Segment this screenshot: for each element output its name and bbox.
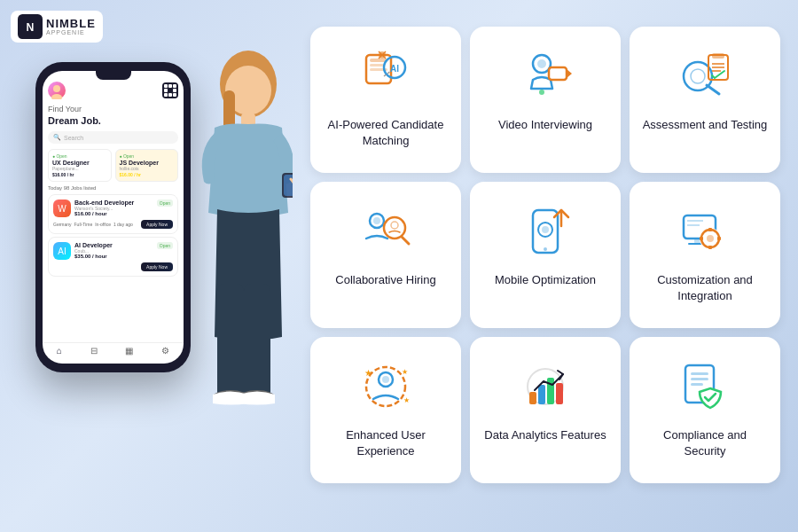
feature-icon-enhanced-ux: ★ ★ ★ <box>354 355 418 419</box>
svg-line-30 <box>707 85 719 94</box>
feature-card-enhanced-ux: ★ ★ ★ Enhanced User Experience <box>310 337 461 483</box>
search-placeholder: Search <box>64 135 83 141</box>
big-card-icon-backend: W <box>53 200 71 217</box>
svg-point-24 <box>537 59 546 68</box>
svg-rect-66 <box>538 385 545 404</box>
svg-rect-53 <box>708 246 712 249</box>
logo-nimble: NIMBLE <box>46 18 96 29</box>
svg-point-38 <box>384 217 405 239</box>
tag-time: 1 day ago <box>113 222 133 227</box>
logo-text: NIMBLE APPGENIE <box>46 18 96 35</box>
phone-big-card-ai: AI AI Developer Coub... $35.00 / hour Op… <box>48 237 178 277</box>
nav-calendar-icon[interactable]: ▦ <box>125 346 133 356</box>
feature-icon-analytics <box>513 355 577 419</box>
feature-card-ai-matching: AI AI-Powered Candidate Matching <box>310 27 461 173</box>
feature-label-enhanced-ux: Enhanced User Experience <box>323 427 449 459</box>
feature-label-customization: Customization and Integration <box>642 272 768 304</box>
feature-card-customization: Customization and Integration <box>630 182 780 328</box>
feature-icon-assessment <box>673 44 737 108</box>
svg-point-29 <box>691 69 705 83</box>
svg-point-37 <box>373 217 380 224</box>
svg-point-60 <box>382 376 389 383</box>
svg-text:★: ★ <box>402 368 408 376</box>
svg-rect-25 <box>549 67 567 80</box>
svg-point-40 <box>391 222 398 229</box>
phone-avatar <box>48 82 66 99</box>
svg-point-3 <box>51 94 62 99</box>
phone-notch <box>96 71 131 80</box>
feature-card-mobile: Mobile Optimization <box>470 182 621 328</box>
tag-type: Full-Time <box>74 222 93 227</box>
job-price-ux: $16.00 / hr <box>52 172 107 177</box>
phone-big-card-backend: W Back-end Developer Wanson's Society...… <box>48 194 178 234</box>
phone-dream-job: Dream Job. <box>48 115 178 126</box>
feature-label-collaborative: Collaborative Hiring <box>335 272 435 288</box>
svg-rect-32 <box>712 53 724 59</box>
feature-icon-ai-matching: AI <box>354 44 418 108</box>
nav-home-icon[interactable]: ⌂ <box>57 346 62 356</box>
logo-icon: N <box>18 14 43 39</box>
svg-rect-11 <box>217 284 244 399</box>
svg-rect-71 <box>691 378 708 380</box>
feature-label-video: Video Interviewing <box>498 117 592 133</box>
logo-appgenie: APPGENIE <box>46 29 96 35</box>
big-card-icon-ai: AI <box>53 242 71 260</box>
svg-rect-67 <box>547 378 554 404</box>
big-card-tags-backend: Germany Full-Time In-office 1 day ago <box>53 222 133 227</box>
svg-point-42 <box>544 247 547 251</box>
svg-rect-52 <box>708 228 712 231</box>
svg-text:AI: AI <box>390 64 399 74</box>
big-card-top-ai: AI AI Developer Coub... $35.00 / hour Op… <box>53 242 173 260</box>
big-card-info-backend: Back-end Developer Wanson's Society... $… <box>74 200 153 216</box>
svg-point-27 <box>539 90 544 95</box>
big-card-title-backend: Back-end Developer <box>74 200 153 206</box>
svg-rect-12 <box>244 284 270 399</box>
job-company-ux: Paperplane... <box>52 166 107 171</box>
big-card-info-ai: AI Developer Coub... $35.00 / hour <box>74 242 153 259</box>
job-card-ux: ● Open UX Designer Paperplane... $16.00 … <box>48 149 112 182</box>
feature-card-analytics: Data Analytics Features <box>470 337 621 483</box>
logo: N NIMBLE APPGENIE <box>11 11 103 43</box>
big-card-price-ai: $35.00 / hour <box>74 254 153 259</box>
big-card-top-backend: W Back-end Developer Wanson's Society...… <box>53 200 173 217</box>
svg-point-51 <box>707 235 714 242</box>
phone-header <box>48 82 178 99</box>
tag-country: Germany <box>53 222 72 227</box>
phone-section: Find Your Dream Job. 🔍 Search ● Open UX … <box>9 35 301 523</box>
svg-rect-65 <box>529 392 536 404</box>
svg-marker-26 <box>567 69 572 78</box>
svg-point-2 <box>53 85 60 92</box>
svg-rect-17 <box>370 64 384 66</box>
feature-label-compliance: Compliance and Security <box>642 427 768 459</box>
phone-jobs-row: ● Open UX Designer Paperplane... $16.00 … <box>48 149 178 182</box>
job-badge-ux: ● Open <box>52 153 107 159</box>
svg-rect-68 <box>556 383 563 404</box>
feature-icon-customization <box>673 200 737 263</box>
svg-rect-70 <box>691 372 708 375</box>
big-card-price-backend: $16.00 / hour <box>74 211 153 216</box>
phone-find-your: Find Your <box>48 105 178 113</box>
svg-rect-55 <box>717 237 721 240</box>
phone-today-label: Today 98 Jobs listed <box>48 185 178 191</box>
feature-card-video: Video Interviewing <box>470 27 621 173</box>
feature-card-compliance: Compliance and Security <box>630 337 780 483</box>
feature-icon-mobile <box>513 200 577 263</box>
feature-card-assessment: Assessment and Testing <box>630 27 780 173</box>
feature-icon-compliance <box>673 355 737 419</box>
nav-bookmark-icon[interactable]: ⊟ <box>90 346 98 356</box>
phone-search[interactable]: 🔍 Search <box>48 131 178 144</box>
svg-rect-72 <box>691 383 703 386</box>
feature-label-ai-matching: AI-Powered Candidate Matching <box>323 117 449 149</box>
svg-line-39 <box>402 237 409 244</box>
feature-icon-video <box>513 44 577 108</box>
feature-label-assessment: Assessment and Testing <box>643 117 768 133</box>
feature-label-analytics: Data Analytics Features <box>484 427 606 443</box>
search-icon: 🔍 <box>53 134 61 141</box>
features-grid: AI AI-Powered Candidate Matching Video I… <box>310 27 780 483</box>
feature-label-mobile: Mobile Optimization <box>495 272 596 288</box>
big-card-title-ai: AI Developer <box>74 242 153 248</box>
woman-figure <box>160 35 293 497</box>
tag-mode: In-office <box>95 222 111 227</box>
svg-rect-54 <box>700 237 703 240</box>
svg-text:N: N <box>27 21 35 34</box>
